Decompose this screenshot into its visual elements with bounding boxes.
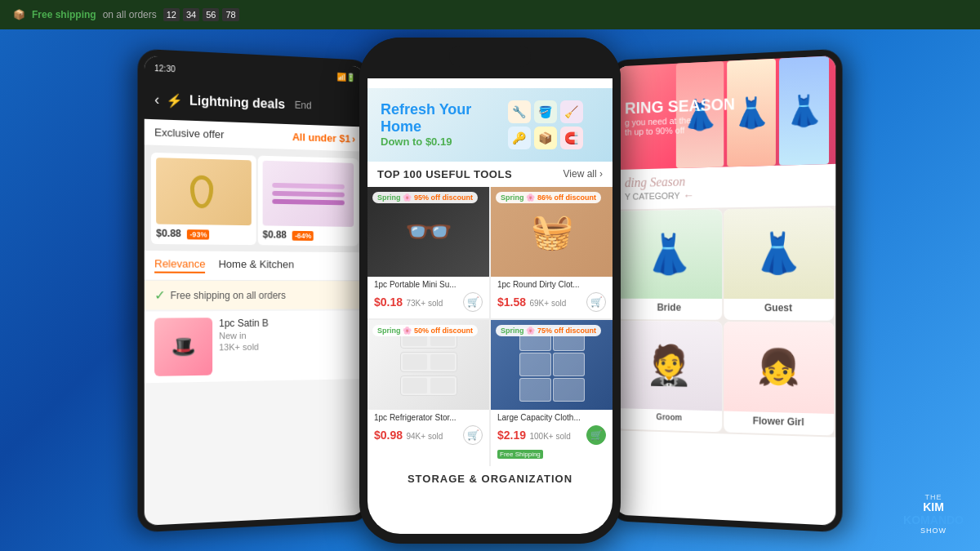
storage-price-row: $2.19 100K+ sold 🛒 xyxy=(497,425,606,445)
wedding-section: ding Season Y CATEGORY ← xyxy=(616,163,836,209)
category-bride[interactable]: 👗 Bride xyxy=(617,209,723,320)
lightning-deals-title: Lightning deals xyxy=(189,93,285,112)
exclusive-arrow: › xyxy=(352,132,355,144)
storage-boxes-visual xyxy=(519,328,585,402)
free-shipping-badge: Free Shipping xyxy=(497,450,543,459)
bride-label: Bride xyxy=(617,301,723,313)
product-card-hairpin[interactable]: $0.88 -64% xyxy=(258,155,359,246)
hairpin-price: $0.88 -64% xyxy=(263,229,354,241)
category-grid: 👗 Bride 👗 Guest xyxy=(616,205,836,437)
glasses-icon: 👓 xyxy=(404,209,453,255)
top100-section-header: TOP 100 USEFUL TOOLS View all › xyxy=(368,162,612,187)
tool-icon-2: 🪣 xyxy=(534,100,557,123)
left-products-grid: $0.88 -93% $0.88 -64% xyxy=(145,145,365,252)
left-phone: 12:30 📶🔋 ‹ ⚡ Lightning deals End Exclusi… xyxy=(137,48,370,532)
right-phone-screen: RING SEASON g you need at the th up to 9… xyxy=(616,56,836,526)
fridge-product-info: 1pc Refrigerator Stor... $0.98 94K+ sold… xyxy=(368,410,489,451)
storage-section-header: STORAGE & ORGANIZATION xyxy=(368,466,612,491)
category-groom[interactable]: 🤵 Groom xyxy=(617,321,723,432)
timer: 12 34 56 78 xyxy=(163,8,239,21)
guest-label: Guest xyxy=(724,301,834,313)
basket-price: $1.58 xyxy=(497,295,526,309)
product-list-item-satin[interactable]: 🎩 1pc Satin B New in 13K+ sold xyxy=(145,310,365,383)
refresh-home-banner[interactable]: Refresh Your Home Down to $0.19 🔧 🪣 🧹 🔑 … xyxy=(368,88,612,162)
earring-image xyxy=(156,158,252,225)
watermark-main2: KOMANDO xyxy=(903,514,964,527)
tabs-row: Relevance Home & Kitchen xyxy=(145,251,365,281)
watermark-top: THE xyxy=(903,493,964,501)
glasses-cart-button[interactable]: 🛒 xyxy=(463,292,483,312)
glasses-discount-pct: 95% off discount xyxy=(414,193,473,202)
product-list-info: 1pc Satin B New in 13K+ sold xyxy=(219,317,355,375)
exclusive-label: Exclusive offer xyxy=(154,126,224,140)
basket-discount-tag: Spring 🌸 86% off discount xyxy=(496,192,601,203)
glasses-price: $0.18 xyxy=(374,295,403,309)
center-product-card-fridge[interactable]: Spring 🌸 50% off discount 1pc Refrigerat… xyxy=(368,320,489,466)
basket-icon: 🧺 xyxy=(531,211,573,251)
exclusive-price: All under $1 xyxy=(292,131,350,144)
tool-icon-3: 🧹 xyxy=(560,100,583,123)
right-fashion-banner: RING SEASON g you need at the th up to 9… xyxy=(616,56,836,170)
fridge-desc: 1pc Refrigerator Stor... xyxy=(374,413,483,422)
wedding-arrow-icon: ← xyxy=(683,189,694,202)
hairpin-discount: -64% xyxy=(292,230,314,240)
wedding-category-label: Y CATEGORY xyxy=(625,190,680,201)
fridge-boxes xyxy=(396,328,461,402)
category-flower-girl[interactable]: 👧 Flower Girl xyxy=(724,321,834,435)
fridge-sold: 94K+ sold xyxy=(407,432,443,441)
spring-badge-2: Spring 🌸 xyxy=(501,193,535,202)
lightning-end-label: End xyxy=(295,99,312,111)
center-product-card-basket[interactable]: 🧺 Spring 🌸 86% off discount 1pc Round Di… xyxy=(491,187,612,318)
tab-relevance[interactable]: Relevance xyxy=(154,257,205,273)
free-shipping-text: Free shipping xyxy=(32,9,96,20)
tool-icon-1: 🔧 xyxy=(508,100,531,123)
fridge-cart-button[interactable]: 🛒 xyxy=(463,425,483,445)
storage-discount-tag: Spring 🌸 75% off discount xyxy=(496,325,601,336)
free-shipping-bar: ✓ Free shipping on all orders xyxy=(145,280,365,309)
center-products-grid: 👓 Spring 🌸 95% off discount 1pc Portable… xyxy=(368,187,612,466)
center-product-card-glasses[interactable]: 👓 Spring 🌸 95% off discount 1pc Portable… xyxy=(368,187,489,318)
lightning-bolt-icon: ⚡ xyxy=(166,91,182,108)
tab-home-kitchen[interactable]: Home & Kitchen xyxy=(219,257,294,273)
spring-badge-1: Spring 🌸 xyxy=(377,193,412,202)
banner-main-title: Refresh Your Home xyxy=(381,101,508,136)
back-arrow-icon[interactable]: ‹ xyxy=(154,91,159,109)
basket-product-info: 1pc Round Dirty Clot... $1.58 69K+ sold … xyxy=(491,277,612,318)
season-title: RING SEASON xyxy=(625,94,735,117)
storage-desc: Large Capacity Cloth... xyxy=(497,413,606,422)
watermark: THE KIM KOMANDO SHOW xyxy=(903,493,964,535)
spring-badge-4: Spring 🌸 xyxy=(501,327,535,335)
storage-cart-button[interactable]: 🛒 xyxy=(586,425,606,445)
bride-image: 👗 xyxy=(617,209,723,299)
flower-girl-label: Flower Girl xyxy=(724,414,834,429)
right-phone: RING SEASON g you need at the th up to 9… xyxy=(609,48,842,532)
storage-sold: 100K+ sold xyxy=(530,432,571,441)
android-time: 12:30 xyxy=(154,63,176,73)
glasses-desc: 1pc Portable Mini Su... xyxy=(374,280,483,289)
fridge-discount-tag: Spring 🌸 50% off discount xyxy=(372,325,478,336)
storage-section-title: STORAGE & ORGANIZATION xyxy=(408,473,572,485)
fridge-discount-pct: 50% off discount xyxy=(414,327,473,335)
view-all-link[interactable]: View all › xyxy=(564,168,603,180)
shipping-subtext: on all orders xyxy=(103,9,157,20)
satin-title: 1pc Satin B xyxy=(219,317,355,329)
top-bar: 📦 Free shipping on all orders 12 34 56 7… xyxy=(0,0,980,29)
product-card-earring[interactable]: $0.88 -93% xyxy=(151,152,256,244)
center-product-card-storage[interactable]: Spring 🌸 75% off discount Large Capacity… xyxy=(491,320,612,466)
groom-icon: 🤵 xyxy=(645,345,693,384)
spring-badge-3: Spring 🌸 xyxy=(377,327,412,335)
phones-container: 12:30 📶🔋 ‹ ⚡ Lightning deals End Exclusi… xyxy=(0,29,980,551)
left-phone-screen: 12:30 📶🔋 ‹ ⚡ Lightning deals End Exclusi… xyxy=(145,56,365,526)
satin-hat-icon: 🎩 xyxy=(172,335,196,358)
timer-block-3: 56 xyxy=(203,8,219,21)
storage-product-info: Large Capacity Cloth... $2.19 100K+ sold… xyxy=(491,410,612,466)
basket-cart-button[interactable]: 🛒 xyxy=(586,292,606,312)
hairpin-image xyxy=(263,160,354,226)
watermark-bottom: SHOW xyxy=(903,527,964,535)
fashion-model-3: 👗 xyxy=(779,56,829,165)
glasses-discount-tag: Spring 🌸 95% off discount xyxy=(372,192,478,203)
groom-image: 🤵 xyxy=(617,321,723,411)
guest-image: 👗 xyxy=(724,207,834,298)
category-guest[interactable]: 👗 Guest xyxy=(724,207,834,320)
banner-text-block: Refresh Your Home Down to $0.19 xyxy=(381,101,508,148)
